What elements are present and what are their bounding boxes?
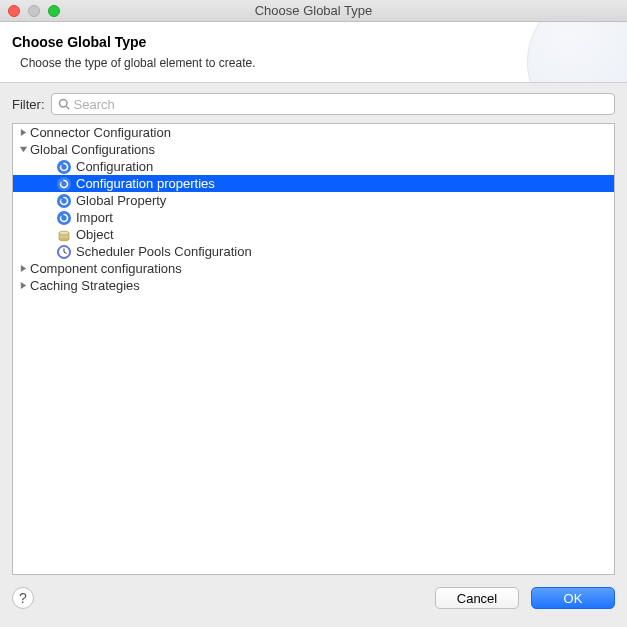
disclosure-spacer xyxy=(43,195,55,207)
window-titlebar: Choose Global Type xyxy=(0,0,627,22)
disclosure-spacer xyxy=(43,161,55,173)
window-title: Choose Global Type xyxy=(0,3,627,18)
filter-label: Filter: xyxy=(12,97,45,112)
clock-icon xyxy=(56,244,72,260)
tree-item-label: Configuration xyxy=(76,159,153,174)
search-input[interactable] xyxy=(74,97,609,112)
tree-item-global-configs[interactable]: Global Configurations xyxy=(13,141,614,158)
tree-item-label: Component configurations xyxy=(30,261,182,276)
gear-badge-icon xyxy=(56,159,72,175)
traffic-lights xyxy=(0,5,60,17)
search-field-wrapper[interactable] xyxy=(51,93,616,115)
dialog-content: Filter: Connector ConfigurationGlobal Co… xyxy=(0,83,627,575)
filter-row: Filter: xyxy=(12,93,615,115)
page-description: Choose the type of global element to cre… xyxy=(12,56,611,70)
disclosure-spacer xyxy=(43,178,55,190)
gear-badge-icon xyxy=(56,210,72,226)
tree-item-label: Caching Strategies xyxy=(30,278,140,293)
cancel-button[interactable]: Cancel xyxy=(435,587,519,609)
tree-item-label: Configuration properties xyxy=(76,176,215,191)
minimize-window-button xyxy=(28,5,40,17)
tree-item-label: Scheduler Pools Configuration xyxy=(76,244,252,259)
type-tree[interactable]: Connector ConfigurationGlobal Configurat… xyxy=(12,123,615,575)
ok-button[interactable]: OK xyxy=(531,587,615,609)
tree-item-label: Object xyxy=(76,227,114,242)
disclosure-spacer xyxy=(43,212,55,224)
svg-point-8 xyxy=(57,194,71,208)
tree-item-import[interactable]: Import xyxy=(13,209,614,226)
chevron-right-icon[interactable] xyxy=(17,263,29,275)
svg-point-4 xyxy=(57,160,71,174)
svg-point-0 xyxy=(59,100,67,108)
tree-item-label: Global Configurations xyxy=(30,142,155,157)
chevron-down-icon[interactable] xyxy=(17,144,29,156)
help-button[interactable]: ? xyxy=(12,587,34,609)
disclosure-spacer xyxy=(43,229,55,241)
dialog-header: Choose Global Type Choose the type of gl… xyxy=(0,22,627,83)
tree-item-config-properties[interactable]: Configuration properties xyxy=(13,175,614,192)
svg-point-6 xyxy=(57,177,71,191)
tree-item-object[interactable]: Object xyxy=(13,226,614,243)
chevron-right-icon[interactable] xyxy=(17,127,29,139)
disclosure-spacer xyxy=(43,246,55,258)
svg-marker-19 xyxy=(20,265,25,272)
chevron-right-icon[interactable] xyxy=(17,280,29,292)
page-title: Choose Global Type xyxy=(12,34,611,50)
svg-marker-3 xyxy=(19,147,26,152)
tree-item-configuration[interactable]: Configuration xyxy=(13,158,614,175)
button-bar: ? Cancel OK xyxy=(0,575,627,621)
tree-item-global-property[interactable]: Global Property xyxy=(13,192,614,209)
gear-badge-icon xyxy=(56,193,72,209)
tree-item-scheduler-pools[interactable]: Scheduler Pools Configuration xyxy=(13,243,614,260)
maximize-window-button[interactable] xyxy=(48,5,60,17)
help-icon: ? xyxy=(19,590,27,606)
svg-point-10 xyxy=(57,211,71,225)
svg-point-14 xyxy=(59,231,69,235)
gear-badge-icon xyxy=(56,176,72,192)
search-icon xyxy=(58,98,70,110)
svg-marker-2 xyxy=(20,129,25,136)
close-window-button[interactable] xyxy=(8,5,20,17)
bean-icon xyxy=(56,227,72,243)
tree-item-label: Global Property xyxy=(76,193,166,208)
tree-item-label: Import xyxy=(76,210,113,225)
svg-line-1 xyxy=(66,106,69,109)
header-decoration xyxy=(527,22,627,83)
tree-item-caching[interactable]: Caching Strategies xyxy=(13,277,614,294)
tree-item-component-configs[interactable]: Component configurations xyxy=(13,260,614,277)
tree-item-connector-config[interactable]: Connector Configuration xyxy=(13,124,614,141)
svg-marker-20 xyxy=(20,282,25,289)
tree-item-label: Connector Configuration xyxy=(30,125,171,140)
